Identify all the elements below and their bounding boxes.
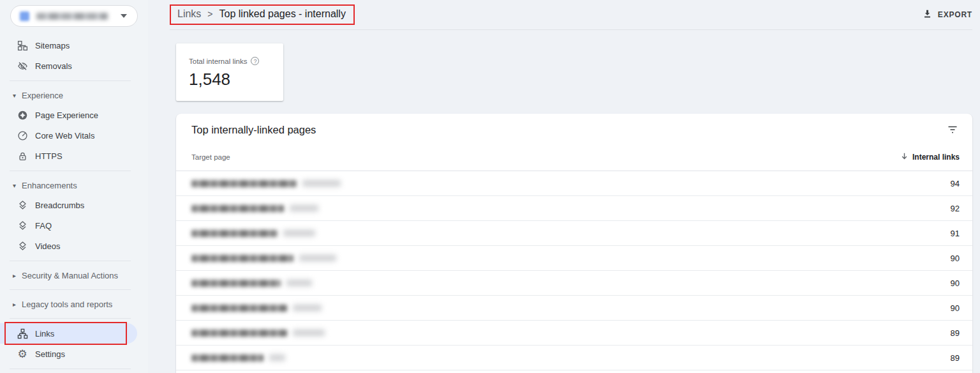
sidebar-item-sitemaps[interactable]: Sitemaps (0, 35, 148, 56)
sidebar-section-label: Security & Manual Actions (22, 271, 118, 280)
sidebar-item-label: Core Web Vitals (35, 131, 94, 141)
sidebar-item-label: HTTPS (35, 151, 63, 161)
column-internal-links[interactable]: Internal links (900, 151, 960, 163)
target-page-redacted (191, 255, 336, 262)
internal-links-value: 90 (951, 254, 960, 263)
sidebar-item-page-experience[interactable]: Page Experience (0, 105, 148, 125)
column-internal-links-label: Internal links (912, 153, 960, 162)
chevron-down-icon (121, 14, 127, 18)
target-page-redacted (191, 205, 318, 212)
sidebar-item-removals[interactable]: Removals (0, 56, 148, 76)
sidebar-item-links[interactable]: Links (0, 323, 137, 344)
gear-icon: ⚙ (17, 348, 28, 360)
sidebar-item-breadcrumbs[interactable]: Breadcrumbs (0, 195, 148, 215)
sidebar-divider (10, 318, 131, 319)
main-content: Links > Top linked pages - internally EX… (148, 0, 980, 373)
sidebar-item-videos[interactable]: Videos (0, 236, 148, 256)
triangle-right-icon: ▸ (13, 272, 22, 279)
sidebar-nav: Sitemaps Removals ▾ Experience (0, 35, 148, 369)
table-body: 94 92 91 90 90 90 89 (176, 171, 972, 370)
rich-result-icon (17, 240, 28, 252)
lock-icon (17, 150, 28, 162)
sidebar-divider (10, 80, 131, 81)
filter-icon[interactable] (947, 124, 958, 135)
table-row[interactable]: 91 (176, 221, 972, 246)
sidebar-item-settings[interactable]: ⚙ Settings (0, 344, 148, 364)
sidebar-divider (10, 369, 131, 369)
sidebar-section-label: Enhancements (22, 181, 77, 190)
sidebar-item-label: Videos (35, 241, 61, 251)
sidebar-divider (10, 171, 131, 171)
sidebar-item-label: Settings (35, 349, 65, 359)
table-row[interactable]: 90 (176, 296, 972, 321)
internal-links-value: 89 (951, 353, 960, 363)
sidebar-item-https[interactable]: HTTPS (0, 146, 148, 166)
sidebar-divider (10, 289, 131, 290)
kpi-label: Total internal links (189, 57, 247, 65)
rich-result-icon (17, 199, 28, 211)
triangle-down-icon: ▾ (13, 92, 22, 99)
target-page-redacted (191, 230, 315, 237)
internal-links-value: 90 (951, 278, 960, 288)
page-experience-icon (17, 109, 28, 121)
triangle-down-icon: ▾ (13, 182, 22, 189)
target-page-redacted (191, 330, 325, 337)
table-row[interactable]: 90 (176, 246, 972, 271)
sidebar-section-legacy-tools[interactable]: ▸ Legacy tools and reports (0, 294, 148, 314)
internal-links-value: 91 (951, 229, 960, 238)
internal-links-value: 94 (951, 179, 960, 188)
internal-links-value: 89 (951, 328, 960, 338)
column-target-page[interactable]: Target page (191, 153, 230, 161)
links-tree-icon (17, 328, 28, 339)
topbar: Links > Top linked pages - internally EX… (170, 0, 972, 30)
property-name-redacted (36, 13, 108, 20)
sidebar-item-faq[interactable]: FAQ (0, 215, 148, 236)
breadcrumb-current: Top linked pages - internally (219, 8, 346, 20)
breadcrumb-links[interactable]: Links (177, 8, 201, 20)
sidebar-item-label: Links (35, 329, 54, 339)
gauge-icon (17, 130, 28, 141)
sidebar-item-core-web-vitals[interactable]: Core Web Vitals (0, 125, 148, 146)
sidebar-item-label: FAQ (35, 221, 52, 231)
breadcrumb-separator-icon: > (207, 9, 212, 19)
top-linked-pages-panel: Top internally-linked pages Target page … (176, 114, 972, 373)
internal-links-value: 92 (951, 204, 960, 213)
table-row[interactable]: 94 (176, 171, 972, 196)
sidebar: Sitemaps Removals ▾ Experience (0, 0, 148, 373)
download-icon (923, 9, 932, 20)
total-internal-links-card: Total internal links ? 1,548 (176, 43, 283, 101)
sidebar-section-experience[interactable]: ▾ Experience (0, 86, 148, 105)
table-row[interactable]: 90 (176, 271, 972, 296)
annotation-box-breadcrumb: Links > Top linked pages - internally (170, 4, 355, 25)
sidebar-section-label: Legacy tools and reports (22, 300, 112, 309)
table-row[interactable]: 89 (176, 321, 972, 346)
target-page-redacted (191, 354, 285, 362)
sidebar-item-label: Sitemaps (35, 41, 70, 50)
table-title: Top internally-linked pages (191, 124, 316, 136)
target-page-redacted (191, 180, 341, 187)
sitemap-icon (17, 40, 28, 51)
kpi-value: 1,548 (189, 70, 283, 89)
sidebar-item-label: Removals (35, 61, 72, 71)
property-favicon (20, 11, 29, 21)
internal-links-value: 90 (951, 303, 960, 313)
help-icon[interactable]: ? (251, 57, 259, 65)
sidebar-item-label: Page Experience (35, 110, 98, 120)
table-row[interactable]: 92 (176, 196, 972, 221)
target-page-redacted (191, 280, 312, 287)
sort-descending-icon (900, 151, 909, 163)
sidebar-item-label: Breadcrumbs (35, 201, 84, 210)
table-column-headers: Target page Internal links (176, 143, 972, 171)
sidebar-section-security-manual-actions[interactable]: ▸ Security & Manual Actions (0, 266, 148, 285)
sidebar-divider (10, 261, 131, 261)
eye-off-icon (17, 60, 28, 72)
export-button[interactable]: EXPORT (923, 9, 972, 20)
table-row[interactable]: 89 (176, 346, 972, 370)
target-page-redacted (191, 305, 322, 312)
property-selector[interactable] (10, 5, 138, 27)
sidebar-section-enhancements[interactable]: ▾ Enhancements (0, 176, 148, 195)
sidebar-section-label: Experience (22, 91, 63, 100)
export-label: EXPORT (938, 10, 972, 19)
rich-result-icon (17, 220, 28, 231)
triangle-right-icon: ▸ (13, 301, 22, 308)
